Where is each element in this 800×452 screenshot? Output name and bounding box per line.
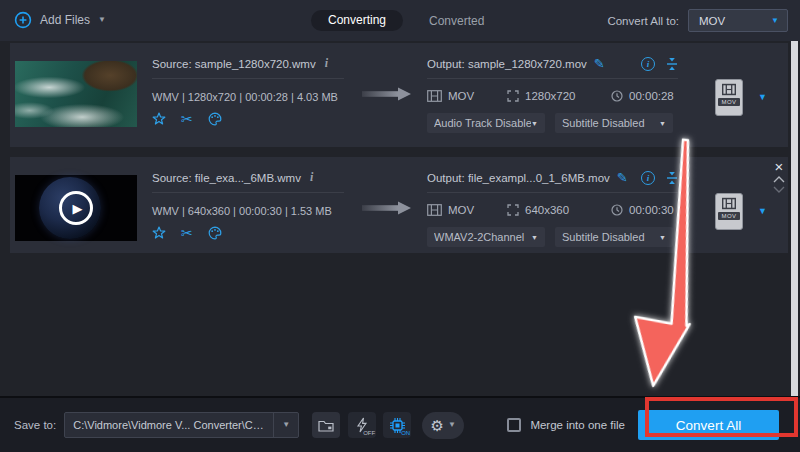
add-files-label: Add Files (40, 13, 90, 27)
info-icon[interactable]: i (310, 170, 313, 185)
palette-icon[interactable] (208, 112, 222, 126)
divider (152, 78, 344, 79)
output-format-button[interactable]: MOV (715, 193, 743, 230)
convert-all-to-group: Convert All to: MOV ▼ (607, 9, 788, 32)
film-icon (722, 197, 736, 210)
subtitle-dropdown[interactable]: Subtitle Disabled ▼ (555, 113, 673, 133)
plus-circle-icon (14, 11, 32, 29)
chevron-down-icon: ▼ (659, 234, 666, 241)
clock-icon (611, 90, 623, 102)
play-icon[interactable]: ▶ (59, 191, 93, 225)
move-down-icon[interactable] (773, 186, 785, 193)
save-path-value: C:\Vidmore\Vidmore V... Converter\Conver… (65, 419, 273, 431)
source-info: Source: sample_1280x720.wmv i WMV | 1280… (152, 56, 357, 126)
cut-icon[interactable]: ✂ (181, 112, 193, 126)
scrollbar[interactable] (791, 41, 798, 396)
resolution-icon (507, 204, 519, 216)
transfer-arrow-icon (362, 86, 412, 102)
gear-icon: ⚙ (431, 418, 444, 433)
audio-track-dropdown[interactable]: Audio Track Disabled ▼ (427, 113, 545, 133)
merge-label: Merge into one file (530, 419, 625, 431)
close-icon[interactable]: × (775, 161, 784, 173)
chevron-down-icon: ▼ (448, 421, 456, 429)
resolution-icon (507, 90, 519, 102)
source-metadata: WMV | 640x360 | 00:00:30 | 1.53 MB (152, 205, 357, 217)
merge-checkbox[interactable] (507, 418, 521, 432)
convert-all-to-value: MOV (699, 15, 771, 27)
output-resolution: 1280x720 (525, 90, 576, 102)
chevron-down-icon: ▼ (531, 234, 538, 241)
gpu-acceleration-on-button[interactable]: ON (383, 412, 411, 438)
tab-bar: Converting Converted (311, 10, 484, 31)
film-icon (427, 204, 442, 216)
off-tag: OFF (363, 430, 375, 436)
output-filename: Output: file_exampl...0_1_6MB.mov (427, 172, 610, 184)
divider (427, 192, 678, 193)
edit-effects-icon[interactable] (152, 226, 166, 240)
move-up-icon[interactable] (773, 176, 785, 183)
divider (427, 78, 678, 79)
tab-converted[interactable]: Converted (429, 14, 484, 28)
file-row: ▶ Source: file_exa..._6MB.wmv i WMV | 64… (10, 157, 788, 253)
audio-track-dropdown[interactable]: WMAV2-2Channel ▼ (427, 227, 545, 247)
film-icon (722, 83, 736, 96)
film-icon (427, 90, 442, 102)
file-row: Source: sample_1280x720.wmv i WMV | 1280… (10, 43, 788, 147)
compress-icon[interactable] (666, 57, 678, 71)
tab-converting[interactable]: Converting (311, 10, 403, 31)
format-badge: MOV (718, 98, 739, 106)
save-path-input[interactable]: C:\Vidmore\Vidmore V... Converter\Conver… (64, 412, 299, 438)
video-thumbnail[interactable] (15, 61, 137, 127)
bottom-toolbar: Save to: C:\Vidmore\Vidmore V... Convert… (0, 396, 800, 452)
output-duration: 00:00:30 (629, 204, 674, 216)
rename-icon[interactable]: ✎ (594, 57, 605, 70)
chevron-down-icon: ▼ (771, 17, 779, 25)
output-info-icon[interactable]: i (641, 171, 655, 185)
output-format: MOV (448, 204, 474, 216)
output-duration: 00:00:28 (629, 90, 674, 102)
open-folder-button[interactable] (312, 412, 340, 438)
save-to-label: Save to: (14, 419, 56, 431)
settings-button[interactable]: ⚙ ▼ (422, 412, 464, 439)
cut-icon[interactable]: ✂ (181, 226, 193, 240)
output-info: Output: file_exampl...0_1_6MB.mov ✎ i (427, 170, 678, 247)
info-icon[interactable]: i (325, 56, 328, 71)
chevron-down-icon: ▼ (659, 120, 666, 127)
hardware-acceleration-off-button[interactable]: OFF (348, 412, 376, 438)
chevron-down-icon[interactable]: ▼ (758, 206, 767, 216)
chevron-down-icon: ▼ (98, 16, 106, 24)
source-metadata: WMV | 1280x720 | 00:00:28 | 4.03 MB (152, 91, 357, 103)
output-resolution: 640x360 (525, 204, 569, 216)
rename-icon[interactable]: ✎ (617, 171, 628, 184)
source-filename: Source: sample_1280x720.wmv (152, 58, 316, 70)
on-tag: ON (401, 430, 410, 436)
top-toolbar: Add Files ▼ Converting Converted Convert… (0, 0, 800, 41)
convert-all-button[interactable]: Convert All (638, 410, 779, 440)
format-badge: MOV (718, 212, 739, 220)
divider (152, 192, 344, 193)
video-converter-window: Add Files ▼ Converting Converted Convert… (0, 0, 800, 452)
output-format: MOV (448, 90, 474, 102)
output-info-icon[interactable]: i (641, 57, 655, 71)
output-filename: Output: sample_1280x720.mov (427, 58, 587, 70)
folder-icon (318, 419, 334, 432)
video-thumbnail[interactable]: ▶ (15, 175, 137, 241)
transfer-arrow-icon (362, 200, 412, 216)
edit-effects-icon[interactable] (152, 112, 166, 126)
clock-icon (611, 204, 623, 216)
compress-icon[interactable] (666, 171, 678, 185)
output-info: Output: sample_1280x720.mov ✎ i (427, 56, 678, 133)
chevron-down-icon: ▼ (531, 120, 538, 127)
convert-all-to-label: Convert All to: (607, 15, 679, 27)
source-info: Source: file_exa..._6MB.wmv i WMV | 640x… (152, 170, 357, 240)
row-controls: × (771, 161, 787, 193)
convert-all-to-dropdown[interactable]: MOV ▼ (688, 9, 788, 32)
palette-icon[interactable] (208, 226, 222, 240)
chevron-down-icon[interactable]: ▼ (282, 421, 290, 429)
add-files-button[interactable]: Add Files ▼ (14, 11, 106, 29)
chevron-down-icon[interactable]: ▼ (758, 92, 767, 102)
source-filename: Source: file_exa..._6MB.wmv (152, 172, 301, 184)
subtitle-dropdown[interactable]: Subtitle Disabled ▼ (555, 227, 673, 247)
output-format-button[interactable]: MOV (715, 79, 743, 116)
merge-option: Merge into one file (507, 418, 625, 432)
